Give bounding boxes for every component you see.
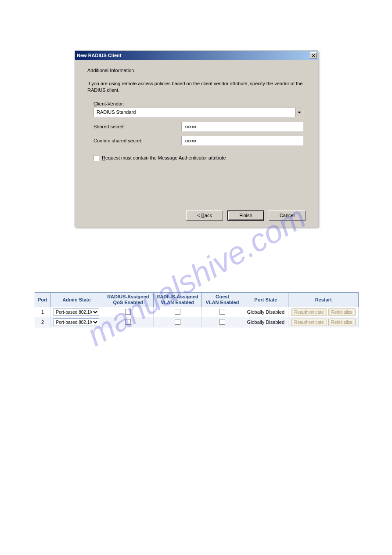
- reinitialize-button[interactable]: Reinitialize: [328, 319, 356, 326]
- header-port: Port: [35, 293, 50, 307]
- dialog-titlebar: New RADIUS Client ✕: [75, 51, 318, 60]
- guest-cell: [201, 307, 243, 317]
- table-row: 1 Port-based 802.1X Globally Disabled Re…: [35, 307, 359, 317]
- form-area: Client-Vendor: RADIUS Standard Shared se…: [87, 101, 306, 161]
- cancel-button[interactable]: Cancel: [269, 210, 306, 221]
- client-vendor-select[interactable]: RADIUS Standard: [94, 108, 303, 117]
- dialog-body: Additional Information If you are using …: [75, 60, 318, 227]
- header-port-state: Port State: [243, 293, 288, 307]
- qos-cell: [103, 317, 153, 327]
- client-vendor-value: RADIUS Standard: [94, 108, 295, 117]
- finish-button[interactable]: Finish: [227, 210, 264, 221]
- dialog-separator: [87, 205, 306, 205]
- restart-cell: Reauthenticate Reinitialize: [288, 307, 359, 317]
- table-row: 2 Port-based 802.1X Globally Disabled Re…: [35, 317, 359, 327]
- port-number: 2: [35, 317, 50, 327]
- dropdown-arrow-icon: [295, 108, 303, 117]
- restart-cell: Reauthenticate Reinitialize: [288, 317, 359, 327]
- admin-state-cell: Port-based 802.1X: [50, 317, 103, 327]
- header-admin-state: Admin State: [50, 293, 103, 307]
- qos-checkbox[interactable]: [125, 319, 131, 325]
- table-header-row: Port Admin State RADIUS-AssignedQoS Enab…: [35, 293, 359, 307]
- guest-cell: [201, 317, 243, 327]
- client-vendor-row: Client-Vendor: RADIUS Standard: [94, 101, 306, 117]
- port-state-cell: Globally Disabled: [243, 307, 288, 317]
- confirm-secret-input[interactable]: [181, 136, 303, 145]
- admin-state-select[interactable]: Port-based 802.1X: [54, 318, 99, 326]
- shared-secret-row: Shared secret:: [94, 122, 306, 131]
- vlan-cell: [153, 307, 201, 317]
- header-qos: RADIUS-AssignedQoS Enabled: [103, 293, 153, 307]
- guest-checkbox[interactable]: [219, 309, 225, 315]
- client-vendor-label: Client-Vendor:: [94, 101, 306, 106]
- qos-cell: [103, 307, 153, 317]
- authenticator-checkbox-label: Request must contain the Message Authent…: [102, 155, 226, 160]
- header-guest: GuestVLAN Enabled: [201, 293, 243, 307]
- reauthenticate-button[interactable]: Reauthenticate: [291, 319, 327, 326]
- header-vlan: RADIUS-AssignedVLAN Enabled: [153, 293, 201, 307]
- dialog-title: New RADIUS Client: [77, 53, 121, 58]
- vlan-checkbox[interactable]: [175, 309, 180, 315]
- port-state-cell: Globally Disabled: [243, 317, 288, 327]
- vlan-checkbox[interactable]: [175, 319, 180, 325]
- button-row: < Back Finish Cancel: [87, 210, 306, 221]
- confirm-secret-row: Confirm shared secret:: [94, 136, 306, 145]
- radius-client-dialog: New RADIUS Client ✕ Additional Informati…: [75, 51, 318, 227]
- confirm-secret-label: Confirm shared secret:: [94, 138, 181, 143]
- reinitialize-button[interactable]: Reinitialize: [328, 308, 356, 316]
- shared-secret-input[interactable]: [181, 122, 303, 131]
- shared-secret-label: Shared secret:: [94, 124, 181, 129]
- section-header: Additional Information: [87, 68, 306, 74]
- port-number: 1: [35, 307, 50, 317]
- guest-checkbox[interactable]: [219, 319, 225, 325]
- vlan-cell: [153, 317, 201, 327]
- authenticator-checkbox[interactable]: [94, 155, 99, 161]
- description-text: If you are using remote access policies …: [87, 80, 306, 94]
- port-config-table: Port Admin State RADIUS-AssignedQoS Enab…: [35, 292, 359, 327]
- admin-state-select[interactable]: Port-based 802.1X: [54, 308, 99, 316]
- qos-checkbox[interactable]: [125, 309, 131, 315]
- back-button[interactable]: < Back: [186, 210, 223, 221]
- authenticator-checkbox-row: Request must contain the Message Authent…: [94, 155, 306, 161]
- admin-state-cell: Port-based 802.1X: [50, 307, 103, 317]
- reauthenticate-button[interactable]: Reauthenticate: [291, 308, 327, 316]
- close-icon[interactable]: ✕: [310, 52, 317, 58]
- header-restart: Restart: [288, 293, 359, 307]
